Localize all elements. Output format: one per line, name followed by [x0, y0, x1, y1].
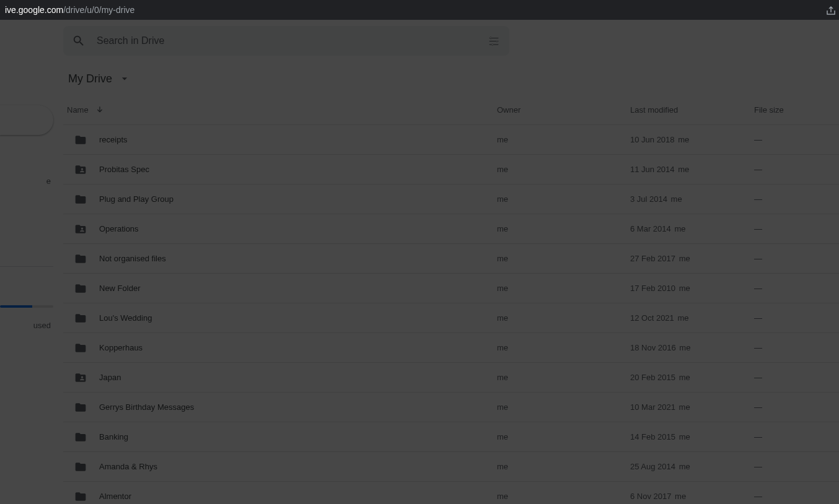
modified-date: 27 Feb 2017: [630, 254, 675, 263]
sidebar: e used: [0, 62, 53, 337]
table-row[interactable]: Bankingme14 Feb 2015 me—: [63, 422, 839, 452]
folder-icon: [74, 134, 87, 146]
table-row[interactable]: Almentorme6 Nov 2017 me—: [63, 482, 839, 504]
modified-date: 6 Nov 2017: [630, 492, 672, 501]
file-name: Kopperhaus: [99, 343, 143, 352]
column-name[interactable]: Name: [63, 105, 497, 115]
file-name: Banking: [99, 432, 128, 441]
table-row[interactable]: Japanme20 Feb 2015 me—: [63, 363, 839, 393]
cell-size: —: [754, 165, 839, 174]
sort-descending-icon: [95, 105, 105, 115]
cell-name: Not organised files: [63, 253, 497, 265]
table-row[interactable]: New Folderme17 Feb 2010 me—: [63, 274, 839, 303]
url-text[interactable]: ive.google.com/drive/u/0/my-drive: [5, 5, 134, 15]
modified-date: 10 Jun 2018: [630, 135, 675, 144]
storage-meter-fill: [0, 305, 32, 308]
cell-owner: me: [497, 165, 630, 174]
modified-date: 3 Jul 2014: [630, 194, 667, 204]
cell-modified: 25 Aug 2014 me: [630, 462, 754, 471]
cell-size: —: [754, 373, 839, 382]
cell-modified: 17 Feb 2010 me: [630, 284, 754, 293]
file-name: Plug and Play Group: [99, 194, 174, 204]
table-row[interactable]: Not organised filesme27 Feb 2017 me—: [63, 244, 839, 274]
table-body[interactable]: receiptsme10 Jun 2018 me—Probitas Specme…: [63, 125, 839, 504]
header: [0, 20, 839, 62]
table-row[interactable]: Operationsme6 Mar 2014 me—: [63, 214, 839, 244]
folder-shared-icon: [74, 223, 87, 235]
search-options-icon[interactable]: [487, 34, 501, 48]
sidebar-item-drive[interactable]: e: [0, 168, 53, 193]
cell-owner: me: [497, 313, 630, 323]
column-modified[interactable]: Last modified: [630, 105, 754, 115]
new-button[interactable]: [0, 105, 53, 135]
column-size[interactable]: File size: [754, 105, 839, 115]
folder-icon: [74, 461, 87, 473]
cell-owner: me: [497, 492, 630, 501]
cell-name: Kopperhaus: [63, 342, 497, 354]
cell-owner: me: [497, 254, 630, 263]
folder-icon: [74, 282, 87, 295]
cell-size: —: [754, 224, 839, 233]
url-host: ive.google.com: [5, 5, 63, 15]
table-row[interactable]: receiptsme10 Jun 2018 me—: [63, 125, 839, 155]
cell-modified: 18 Nov 2016 me: [630, 343, 754, 352]
search-icon: [72, 34, 86, 48]
cell-size: —: [754, 135, 839, 144]
modified-date: 18 Nov 2016: [630, 343, 676, 352]
search-box[interactable]: [63, 26, 509, 56]
folder-shared-icon: [74, 371, 87, 384]
cell-size: —: [754, 284, 839, 293]
cell-name: receipts: [63, 134, 497, 146]
cell-name: Banking: [63, 431, 497, 443]
sidebar-storage-used: used: [0, 313, 53, 337]
cell-name: Lou's Wedding: [63, 312, 497, 324]
cell-modified: 20 Feb 2015 me: [630, 373, 754, 382]
modified-date: 20 Feb 2015: [630, 373, 675, 382]
cell-name: Probitas Spec: [63, 163, 497, 176]
modified-by: me: [677, 343, 691, 352]
table-row[interactable]: Plug and Play Groupme3 Jul 2014 me—: [63, 185, 839, 214]
chevron-down-icon: [118, 72, 131, 85]
folder-icon: [74, 193, 87, 206]
cell-modified: 12 Oct 2021 me: [630, 313, 754, 323]
share-icon[interactable]: [825, 5, 837, 16]
modified-by: me: [676, 135, 690, 144]
cell-modified: 14 Feb 2015 me: [630, 432, 754, 441]
file-name: Almentor: [99, 492, 131, 501]
browser-url-bar: ive.google.com/drive/u/0/my-drive: [0, 0, 839, 20]
modified-by: me: [675, 313, 689, 323]
folder-icon: [74, 431, 87, 443]
modified-date: 17 Feb 2010: [630, 284, 675, 293]
cell-size: —: [754, 194, 839, 204]
table-row[interactable]: Amanda & Rhysme25 Aug 2014 me—: [63, 452, 839, 482]
modified-by: me: [677, 432, 690, 441]
table-row[interactable]: Gerrys Birthday Messagesme10 Mar 2021 me…: [63, 393, 839, 422]
table-row[interactable]: Kopperhausme18 Nov 2016 me—: [63, 333, 839, 363]
modified-by: me: [677, 373, 690, 382]
search-input[interactable]: [97, 35, 487, 46]
cell-owner: me: [497, 224, 630, 233]
modified-by: me: [676, 165, 690, 174]
file-name: New Folder: [99, 284, 140, 293]
cell-name: Almentor: [63, 490, 497, 503]
table-row[interactable]: Lou's Weddingme12 Oct 2021 me—: [63, 303, 839, 333]
cell-modified: 6 Mar 2014 me: [630, 224, 754, 233]
file-table: Name Owner Last modified File size recei…: [63, 95, 839, 504]
cell-name: Japan: [63, 371, 497, 384]
breadcrumb-label: My Drive: [68, 72, 112, 85]
cell-size: —: [754, 462, 839, 471]
file-name: Not organised files: [99, 254, 166, 263]
storage-meter: [0, 305, 53, 308]
table-row[interactable]: Probitas Specme11 Jun 2014 me—: [63, 155, 839, 185]
cell-owner: me: [497, 343, 630, 352]
folder-icon: [74, 312, 87, 324]
cell-owner: me: [497, 462, 630, 471]
cell-owner: me: [497, 284, 630, 293]
breadcrumb-mydrive[interactable]: My Drive: [68, 72, 131, 85]
sidebar-divider: [0, 266, 53, 267]
file-name: Probitas Spec: [99, 165, 149, 174]
file-name: Japan: [99, 373, 121, 382]
column-owner[interactable]: Owner: [497, 105, 630, 115]
modified-date: 25 Aug 2014: [630, 462, 675, 471]
cell-modified: 3 Jul 2014 me: [630, 194, 754, 204]
